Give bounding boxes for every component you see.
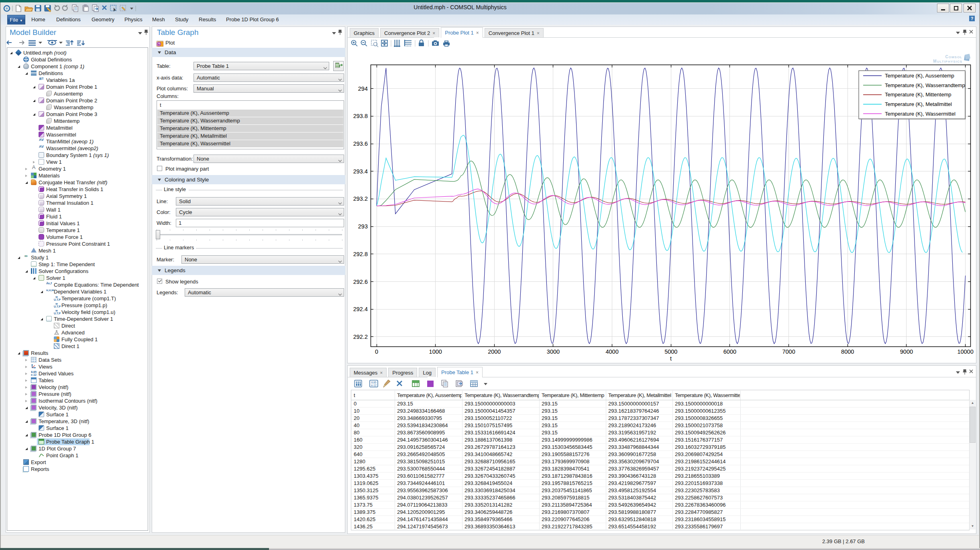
svg-text:2000: 2000 (488, 348, 501, 355)
svg-text:Temperature (K), Wasserrandtem: Temperature (K), Wasserrandtemp (885, 82, 965, 88)
svg-text:COMSOL: COMSOL (945, 55, 962, 59)
svg-text:293.8: 293.8 (353, 113, 368, 119)
svg-text:Temperature (K), Metallmittel: Temperature (K), Metallmittel (885, 101, 952, 107)
svg-text:6000: 6000 (723, 348, 736, 355)
svg-text:8.85: 8.85 (371, 381, 377, 384)
svg-text:t: t (670, 355, 672, 362)
svg-text:Temperature (K), Wassermittel: Temperature (K), Wassermittel (885, 111, 956, 117)
svg-text:Temperature (K), Mittentemp: Temperature (K), Mittentemp (885, 92, 951, 98)
svg-text:293.6: 293.6 (353, 141, 368, 147)
svg-text:1000: 1000 (429, 348, 442, 355)
svg-text:5000: 5000 (664, 348, 677, 355)
svg-text:0: 0 (375, 348, 378, 355)
svg-text:293: 293 (358, 223, 368, 230)
svg-text:e-12: e-12 (371, 384, 376, 387)
svg-text:292.4: 292.4 (353, 306, 368, 312)
svg-text:8000: 8000 (841, 348, 854, 355)
svg-text:Temperature (K), Aussentemp: Temperature (K), Aussentemp (885, 73, 954, 79)
svg-text:293.4: 293.4 (353, 168, 368, 175)
svg-text:3000: 3000 (547, 348, 560, 355)
svg-text:MULTIPHYSICS: MULTIPHYSICS (933, 59, 962, 63)
svg-text:4000: 4000 (605, 348, 618, 355)
svg-text:292.6: 292.6 (353, 279, 368, 285)
svg-text:7000: 7000 (782, 348, 795, 355)
svg-text:294: 294 (358, 86, 368, 92)
svg-text:292.2: 292.2 (353, 334, 368, 340)
svg-text:293.2: 293.2 (353, 196, 368, 202)
svg-text:9000: 9000 (900, 348, 913, 355)
svg-text:10000: 10000 (957, 348, 973, 355)
svg-text:292.8: 292.8 (353, 251, 368, 257)
